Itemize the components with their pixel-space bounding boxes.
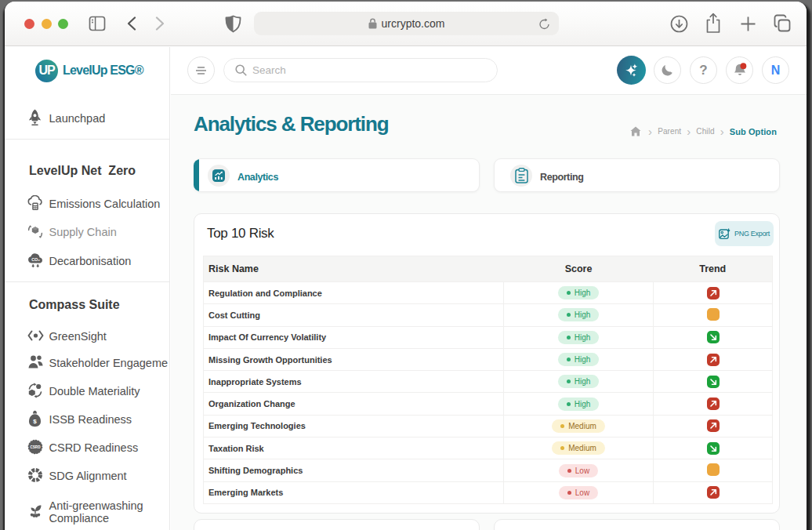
svg-text:CO₂: CO₂ [31,256,40,261]
svg-text:CSRD: CSRD [30,445,41,449]
svg-text:$: $ [33,418,37,425]
